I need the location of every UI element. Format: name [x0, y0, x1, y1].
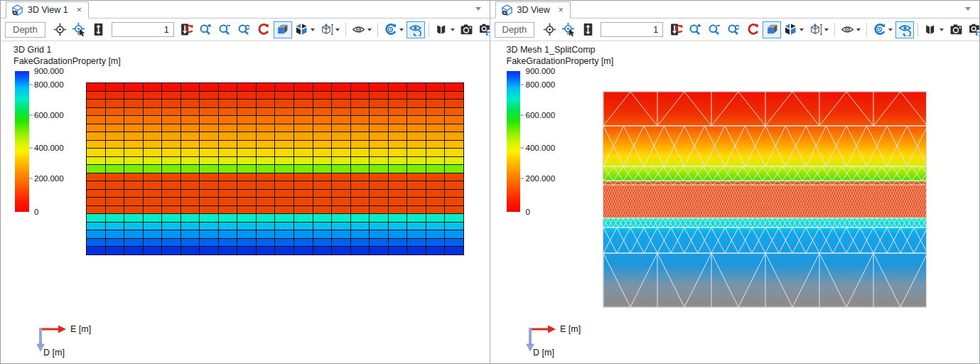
- map-views-icon[interactable]: [433, 21, 457, 38]
- axis-e-label: E [m]: [560, 324, 581, 334]
- zoom-in-icon[interactable]: [197, 21, 215, 38]
- grid-row: [87, 198, 463, 205]
- zoom-extents-icon[interactable]: [724, 21, 743, 38]
- toolbar: Depth: [490, 18, 980, 41]
- tab-close-icon[interactable]: ×: [77, 6, 82, 14]
- map-views-icon[interactable]: [922, 21, 946, 38]
- legend-tick-mark: [29, 147, 33, 149]
- exaggeration-reset-icon[interactable]: [667, 21, 685, 38]
- toolbar: Depth: [1, 18, 490, 41]
- viewport-3d[interactable]: 3D Mesh 1_SplitComp FakeGradationPropert…: [490, 42, 980, 363]
- grid-row: [87, 92, 463, 100]
- legend-tick-label: 200.000: [34, 174, 64, 183]
- legend-tick-mark: [29, 114, 33, 116]
- cube-view-icon[interactable]: [274, 21, 292, 38]
- orbit-view-icon[interactable]: [895, 21, 914, 38]
- rotate-reset-icon[interactable]: [743, 21, 762, 38]
- dropdown-caret-icon[interactable]: [939, 28, 944, 31]
- slice-cube-icon[interactable]: [293, 21, 317, 38]
- visibility-eye-icon[interactable]: [839, 21, 863, 38]
- measure-cube-icon[interactable]: [318, 21, 342, 38]
- tab-3d-view-1[interactable]: 3D View 1 ×: [6, 1, 89, 18]
- dropdown-caret-icon[interactable]: [856, 28, 861, 31]
- legend-tick-mark: [29, 84, 33, 85]
- look-at-target-icon[interactable]: [540, 21, 559, 38]
- toolbar-separator: [866, 23, 867, 37]
- snapshot-icon[interactable]: [947, 21, 965, 38]
- snapshot-icon[interactable]: [458, 21, 476, 38]
- scale-input[interactable]: [112, 22, 174, 37]
- legend-tick-mark: [520, 147, 524, 149]
- grid-row: [87, 223, 463, 230]
- app-window: 3D View 1 × Depth 3D Grid 1 FakeGradatio…: [0, 0, 980, 364]
- mesh-view[interactable]: [603, 91, 927, 308]
- vertical-exaggeration-icon[interactable]: [90, 21, 108, 38]
- axis-e-label: E [m]: [70, 324, 91, 334]
- legend-colorbar: [507, 71, 520, 212]
- legend-tick-label: 200.000: [526, 174, 556, 183]
- grid-row: [87, 165, 463, 173]
- tab-close-icon[interactable]: ×: [559, 6, 564, 14]
- grid-row: [87, 83, 463, 91]
- rotate-view-icon[interactable]: [382, 21, 406, 38]
- look-at-cursor-icon[interactable]: [70, 21, 89, 38]
- dropdown-caret-icon[interactable]: [311, 28, 315, 31]
- dropdown-caret-icon[interactable]: [399, 28, 404, 31]
- exaggeration-reset-icon[interactable]: [178, 21, 196, 38]
- grid-row: [87, 239, 463, 247]
- orbit-view-icon[interactable]: [406, 21, 425, 38]
- scale-input[interactable]: [601, 22, 663, 37]
- grid-row: [87, 108, 463, 116]
- dropdown-caret-icon[interactable]: [335, 28, 340, 31]
- 3d-view-icon: [501, 4, 513, 16]
- grid-row: [87, 116, 463, 124]
- slice-cube-icon[interactable]: [782, 21, 806, 38]
- panel-3d-view-1: 3D View 1 × Depth 3D Grid 1 FakeGradatio…: [1, 1, 490, 363]
- toolbar-separator: [834, 23, 835, 37]
- legend-tick-mark: [29, 178, 33, 179]
- grid-row: [87, 247, 463, 255]
- zoom-in-icon[interactable]: [686, 21, 704, 38]
- grid-row: [87, 230, 463, 238]
- zoom-out-icon[interactable]: [216, 21, 235, 38]
- vertical-exaggeration-icon[interactable]: [578, 21, 597, 38]
- zoom-out-icon[interactable]: [705, 21, 723, 38]
- dropdown-caret-icon[interactable]: [367, 28, 372, 31]
- dropdown-caret-icon[interactable]: [799, 28, 804, 31]
- legend-tick-label: 800.000: [34, 80, 64, 89]
- axis-indicator: E [m] D [m]: [35, 315, 120, 359]
- depth-button[interactable]: Depth: [5, 22, 45, 38]
- toolbar-separator: [345, 23, 346, 37]
- dropdown-caret-icon[interactable]: [451, 28, 455, 31]
- tab-3d-view[interactable]: 3D View ×: [495, 1, 571, 18]
- view-property-label: FakeGradationProperty [m]: [507, 55, 614, 67]
- grid-row: [87, 206, 463, 214]
- grid-row: [87, 173, 463, 181]
- legend-tick-label: 0: [34, 208, 38, 216]
- dropdown-caret-icon[interactable]: [824, 28, 829, 31]
- legend-colorbar: [15, 71, 29, 212]
- toolbar-separator: [917, 23, 918, 37]
- snapshot-save-icon[interactable]: [966, 21, 980, 38]
- cube-view-icon[interactable]: [763, 21, 781, 38]
- grid-view[interactable]: [86, 82, 464, 255]
- viewport-3d[interactable]: 3D Grid 1 FakeGradationProperty [m] 900.…: [1, 42, 490, 363]
- depth-button[interactable]: Depth: [495, 22, 535, 38]
- legend-tick-label: 800.000: [526, 80, 556, 89]
- measure-cube-icon[interactable]: [807, 21, 831, 38]
- tab-list-caret-icon[interactable]: [475, 7, 481, 11]
- dropdown-caret-icon[interactable]: [888, 28, 893, 31]
- look-at-target-icon[interactable]: [51, 21, 70, 38]
- visibility-eye-icon[interactable]: [350, 21, 374, 38]
- legend-tick-label: 900.000: [526, 67, 556, 75]
- tab-list-caret-icon[interactable]: [965, 7, 971, 11]
- tab-label: 3D View: [517, 5, 550, 15]
- rotate-reset-icon[interactable]: [254, 21, 273, 38]
- zoom-extents-icon[interactable]: [235, 21, 254, 38]
- color-legend: 900.000800.000600.000400.000200.0000: [507, 71, 599, 212]
- grid-row: [87, 181, 463, 189]
- look-at-cursor-icon[interactable]: [559, 21, 578, 38]
- rotate-view-icon[interactable]: [871, 21, 895, 38]
- legend-tick-label: 0: [526, 208, 530, 216]
- 3d-view-icon: [11, 4, 23, 16]
